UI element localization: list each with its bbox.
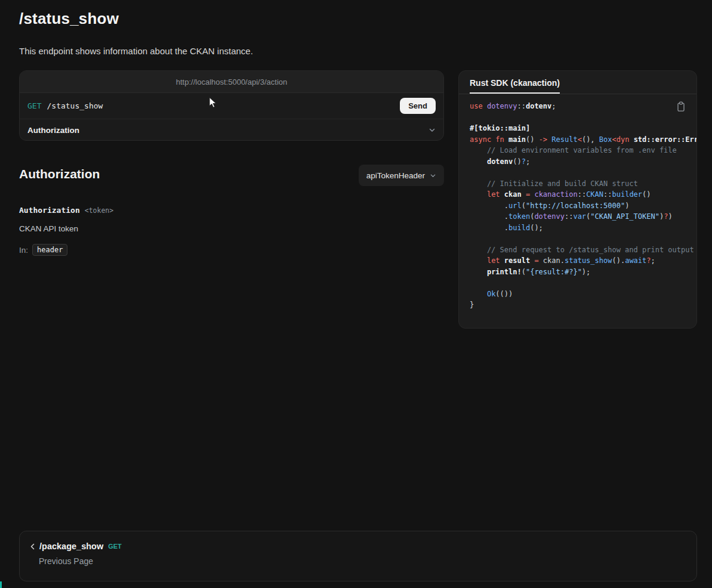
auth-in-label: In: (19, 246, 28, 255)
authorization-section: Authorization apiTokenHeader Authorizati… (19, 165, 444, 266)
code-line: async fn main() -> Result<(), Box<dyn st… (470, 134, 696, 146)
base-url-text: http://localhost:5000/api/3/action (176, 78, 287, 86)
authorization-collapsible-row[interactable]: Authorization (20, 119, 443, 141)
request-path: /status_show (47, 101, 103, 110)
sdk-code-panel: Rust SDK (ckanaction) use dotenvy::doten… (458, 70, 697, 329)
authorization-row-label: Authorization (27, 126, 79, 135)
previous-page-title: /package_show (39, 541, 103, 551)
previous-page-link[interactable]: /package_show GET Previous Page (19, 531, 697, 581)
code-line: // Initialize and build CKAN struct (470, 178, 696, 190)
previous-page-top-row: /package_show GET (29, 541, 687, 551)
send-button[interactable]: Send (400, 98, 436, 114)
code-block: use dotenvy::dotenv;#[tokio::main]async … (470, 101, 696, 311)
code-line: dotenv()?; (470, 156, 696, 168)
http-method-badge: GET (27, 101, 41, 110)
code-line: } (470, 299, 696, 311)
chevron-left-icon (29, 543, 36, 550)
auth-in-value-badge: header (32, 244, 67, 256)
auth-scheme-dropdown[interactable]: apiTokenHeader (359, 165, 444, 186)
code-line: let ckan = ckanaction::CKAN::builder() (470, 189, 696, 200)
code-line: println!("{result:#?}"); (470, 267, 696, 278)
code-line: use dotenvy::dotenv; (470, 101, 696, 112)
corner-accent-bar (0, 581, 2, 588)
code-line (470, 277, 696, 289)
code-line: #[tokio::main] (470, 123, 696, 134)
sdk-panel-header: Rust SDK (ckanaction) (459, 71, 696, 94)
auth-param-description: CKAN API token (19, 224, 78, 233)
code-line: let result = ckan.status_show().await?; (470, 255, 696, 267)
previous-page-method-badge: GET (108, 543, 122, 550)
code-line (470, 167, 696, 178)
auth-param-line: Authorization <token> (19, 206, 113, 215)
sdk-tab-rust[interactable]: Rust SDK (ckanaction) (470, 78, 560, 94)
code-line: Ok(()) (470, 289, 696, 300)
endpoint-description: This endpoint shows information about th… (19, 46, 253, 56)
auth-param-name: Authorization (19, 206, 80, 215)
code-line: .build(); (470, 222, 696, 234)
page-title: /status_show (19, 10, 119, 28)
code-line: // Load environment variables from .env … (470, 145, 696, 156)
code-line: .token(dotenvy::var("CKAN_API_TOKEN")?) (470, 211, 696, 222)
chevron-down-icon (429, 126, 436, 134)
previous-page-label: Previous Page (39, 556, 687, 566)
request-card: http://localhost:5000/api/3/action GET /… (19, 70, 444, 141)
auth-scheme-selected-value: apiTokenHeader (366, 171, 425, 180)
auth-param-type: <token> (85, 206, 113, 215)
code-line: // Send request to /status_show and prin… (470, 245, 696, 256)
auth-in-line: In: header (19, 244, 67, 256)
base-url-selector[interactable]: http://localhost:5000/api/3/action (20, 71, 443, 93)
chevron-down-icon (430, 172, 436, 179)
code-block-wrapper: use dotenvy::dotenv;#[tokio::main]async … (459, 94, 696, 327)
copy-code-button[interactable] (675, 100, 687, 115)
clipboard-icon (676, 105, 686, 114)
code-line: .url("http://localhost:5000") (470, 200, 696, 212)
code-line (470, 112, 696, 123)
code-line (470, 233, 696, 245)
request-row: GET /status_show Send (20, 93, 443, 119)
